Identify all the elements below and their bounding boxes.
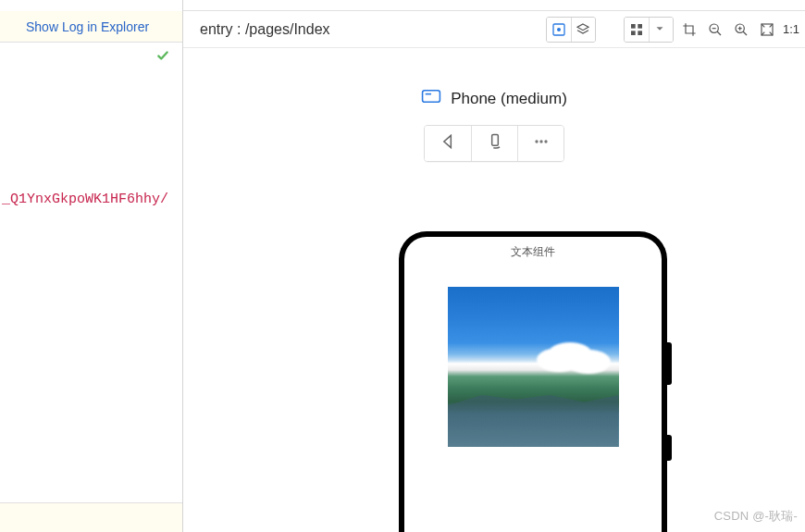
svg-rect-5	[638, 31, 642, 35]
svg-point-17	[535, 140, 538, 142]
svg-rect-2	[631, 24, 636, 29]
app-text-component-label: 文本组件	[511, 244, 555, 260]
app-image-component	[448, 287, 619, 447]
more-icon	[532, 132, 551, 155]
inspect-icon	[551, 22, 566, 37]
rotate-device-icon	[486, 132, 504, 155]
fit-icon	[760, 22, 774, 37]
code-fragment-row: _Q1YnxGkpoWK1HF6hhy/	[0, 185, 182, 213]
preview-canvas: Phone (medium)	[183, 48, 805, 532]
svg-point-18	[539, 140, 542, 142]
grid-button[interactable]	[625, 18, 649, 42]
phone-side-button-2	[667, 435, 672, 461]
device-label: Phone (medium)	[451, 90, 567, 108]
svg-rect-14	[423, 91, 440, 103]
preview-more-button[interactable]	[517, 126, 564, 161]
zoom-in-icon	[734, 22, 749, 37]
device-header: Phone (medium)	[183, 48, 805, 108]
crop-icon	[682, 22, 697, 37]
grid-dropdown-arrow[interactable]	[649, 18, 673, 42]
log-link-row: Show Log in Explorer	[0, 11, 182, 43]
layers-icon	[576, 22, 590, 37]
device-badge-icon	[421, 89, 441, 108]
preview-toolbar	[424, 125, 564, 162]
svg-line-8	[717, 31, 721, 35]
show-log-link[interactable]: Show Log in Explorer	[26, 19, 149, 34]
device-frame-container: 文本组件	[399, 231, 667, 532]
phone-screen: 文本组件	[404, 237, 662, 532]
zoom-out-icon	[708, 22, 723, 37]
entry-path-label: entry : /pages/Index	[200, 21, 330, 38]
svg-point-19	[544, 140, 547, 142]
entry-bar: entry : /pages/Index	[183, 11, 805, 48]
phone-side-button-1	[667, 342, 672, 385]
zoom-out-button[interactable]	[705, 17, 725, 43]
left-bottom-notification	[0, 502, 182, 532]
svg-line-12	[743, 31, 747, 35]
log-status-row	[0, 43, 182, 72]
preview-back-button[interactable]	[425, 126, 471, 161]
svg-rect-4	[631, 31, 636, 35]
grid-icon	[629, 22, 644, 37]
left-sidebar: Show Log in Explorer _Q1YnxGkpoWK1HF6hhy…	[0, 0, 183, 532]
svg-rect-16	[491, 135, 498, 146]
code-fragment: _Q1YnxGkpoWK1HF6hhy/	[2, 192, 168, 207]
csdn-watermark: CSDN @-耿瑞-	[714, 508, 798, 525]
svg-point-1	[557, 28, 561, 31]
previewer-titlebar: Previewer	[183, 0, 805, 11]
fit-button[interactable]	[757, 17, 777, 43]
zoom-in-button[interactable]	[731, 17, 751, 43]
inspect-tool-group	[546, 17, 596, 43]
chevron-down-icon	[653, 22, 668, 37]
layers-button[interactable]	[571, 18, 595, 42]
inspect-button[interactable]	[547, 18, 571, 42]
svg-rect-3	[638, 24, 642, 29]
grid-dropdown-group[interactable]	[624, 17, 674, 43]
preview-rotate-button[interactable]	[471, 126, 517, 161]
phone-frame: 文本组件	[399, 231, 667, 532]
zoom-ratio-label[interactable]: 1:1	[783, 22, 799, 36]
check-icon	[156, 49, 169, 66]
crop-button[interactable]	[679, 17, 700, 43]
back-icon	[439, 132, 457, 155]
